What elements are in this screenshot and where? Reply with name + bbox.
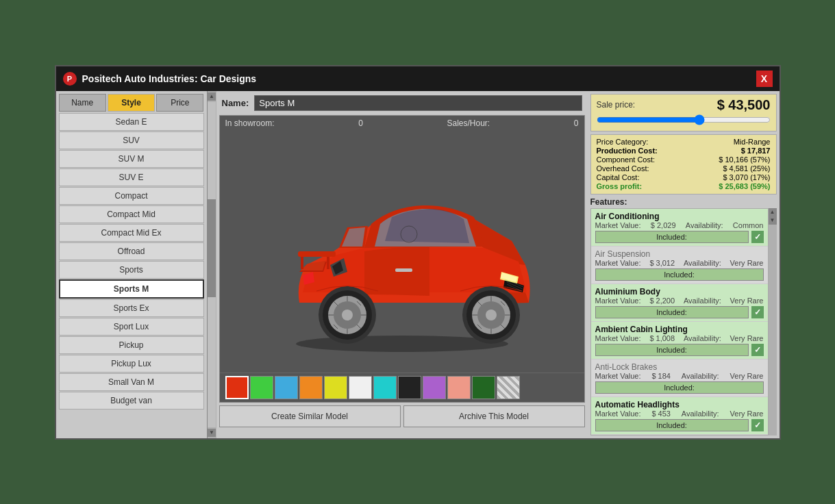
feature-included-btn-aluminium-body[interactable]: Included: <box>595 306 749 318</box>
gross-profit-row: Gross profit: $ 25,683 (59%) <box>597 182 771 190</box>
color-swatch-dark-green[interactable] <box>472 376 495 399</box>
price-category-label: Price Category: <box>597 138 649 146</box>
feature-detail-row-automatic-headlights: Market Value:$ 453Availability:Very Rare <box>595 410 764 418</box>
feature-included-btn-ambient-cabin-lighting[interactable]: Included: <box>595 344 749 356</box>
feature-mv-label-automatic-headlights: Market Value: <box>595 410 641 418</box>
tab-price[interactable]: Price <box>156 94 203 112</box>
tab-style[interactable]: Style <box>108 94 155 112</box>
feature-mv-label-air-conditioning: Market Value: <box>595 221 641 229</box>
color-swatch-black[interactable] <box>398 376 421 399</box>
price-header-row: Sale price: $ 43,500 <box>597 97 771 113</box>
name-row: Name: <box>219 94 585 112</box>
car-item-suv-m[interactable]: SUV M <box>59 150 204 168</box>
scroll-thumb[interactable] <box>208 199 216 297</box>
app-icon: P <box>63 72 77 86</box>
car-item-sports-ex[interactable]: Sports Ex <box>59 299 204 317</box>
color-swatch-cyan[interactable] <box>373 376 397 399</box>
car-item-budget-van[interactable]: Budget van <box>59 392 204 410</box>
production-cost-value: $ 17,817 <box>741 147 771 155</box>
car-item-compact-mid[interactable]: Compact Mid <box>59 205 204 223</box>
feature-included-btn-air-suspension[interactable]: Included: <box>595 268 764 281</box>
feature-included-btn-air-conditioning[interactable]: Included: <box>595 231 749 243</box>
feature-detail-row-ambient-cabin-lighting: Market Value:$ 1,008Availability:Very Ra… <box>595 334 764 342</box>
sidebar-scrollbar[interactable]: ▲ ▼ <box>207 91 216 438</box>
feature-av-value-air-conditioning: Common <box>733 221 764 229</box>
overhead-cost-row: Overhead Cost: $ 4,581 (25%) <box>597 164 771 173</box>
car-item-offroad[interactable]: Offroad <box>59 242 204 260</box>
car-item-sport-lux[interactable]: Sport Lux <box>59 318 204 336</box>
gross-profit-label: Gross profit: <box>597 182 643 190</box>
car-item-sports[interactable]: Sports <box>59 261 204 279</box>
main-window: P Positech Auto Industries: Car Designs … <box>55 65 781 440</box>
color-swatch-yellow[interactable] <box>324 376 347 399</box>
feature-name-anti-lock-brakes: Anti-Lock Brakes <box>595 362 764 372</box>
color-swatch-pink[interactable] <box>447 376 471 399</box>
car-item-pickup[interactable]: Pickup <box>59 336 204 354</box>
feature-detail-row-aluminium-body: Market Value:$ 2,200Availability:Very Ra… <box>595 297 764 305</box>
car-item-sports-m[interactable]: Sports M <box>59 279 204 299</box>
color-swatch-red[interactable] <box>225 376 249 399</box>
feature-mv-value-aluminium-body: $ 2,200 <box>649 297 675 305</box>
close-button[interactable]: X <box>756 71 773 87</box>
car-list[interactable]: Sedan ESUVSUV MSUV ECompactCompact MidCo… <box>56 112 207 438</box>
color-swatch-orange[interactable] <box>299 376 323 399</box>
name-input[interactable] <box>254 95 582 111</box>
color-row <box>220 373 584 402</box>
color-swatch-blue[interactable] <box>275 376 298 399</box>
color-swatch-white[interactable] <box>349 376 372 399</box>
svg-point-22 <box>342 310 353 320</box>
feature-av-value-anti-lock-brakes: Very Rare <box>730 372 764 380</box>
tab-row: Name Style Price <box>56 91 207 112</box>
price-details: Price Category: Mid-Range Production Cos… <box>590 134 777 194</box>
feature-included-btn-automatic-headlights[interactable]: Included: <box>595 419 749 431</box>
price-category-value: Mid-Range <box>734 138 771 146</box>
car-item-suv-e[interactable]: SUV E <box>59 168 204 186</box>
car-item-suv[interactable]: SUV <box>59 131 204 149</box>
sale-price-label: Sale price: <box>597 100 636 110</box>
feature-included-btn-anti-lock-brakes[interactable]: Included: <box>595 381 764 394</box>
feature-mv-label-ambient-cabin-lighting: Market Value: <box>595 334 641 342</box>
scroll-up-arrow[interactable]: ▲ <box>208 92 216 101</box>
car-stats-row: In showroom: 0 Sales/Hour: 0 <box>220 116 584 131</box>
tab-name[interactable]: Name <box>59 94 106 112</box>
feature-name-ambient-cabin-lighting: Ambient Cabin Lighting <box>595 325 764 334</box>
feature-item-air-suspension: Air SuspensionMarket Value:$ 3,012Availa… <box>591 247 768 284</box>
features-scroll-down[interactable]: ▼ <box>769 216 777 225</box>
action-row: Create Similar Model Archive This Model <box>219 405 585 427</box>
name-label: Name: <box>222 98 249 108</box>
feature-mv-value-anti-lock-brakes: $ 184 <box>651 372 671 380</box>
color-swatch-green[interactable] <box>250 376 273 399</box>
feature-name-air-suspension: Air Suspension <box>595 249 764 259</box>
features-scroll-up[interactable]: ▲ <box>769 208 777 216</box>
feature-detail-row-air-suspension: Market Value:$ 3,012Availability:Very Ra… <box>595 259 764 267</box>
feature-item-air-conditioning: Air ConditioningMarket Value:$ 2,029Avai… <box>591 209 768 247</box>
car-item-sedan-e[interactable]: Sedan E <box>59 113 204 131</box>
svg-point-9 <box>486 310 497 320</box>
feature-item-aluminium-body: Aluminium BodyMarket Value:$ 2,200Availa… <box>591 284 768 322</box>
feature-mv-value-air-conditioning: $ 2,029 <box>651 221 676 229</box>
sale-price-value: $ 43,500 <box>717 97 771 113</box>
feature-av-value-automatic-headlights: Very Rare <box>730 410 764 418</box>
feature-bottom-aluminium-body: Included:✓ <box>595 306 764 318</box>
color-swatch-striped[interactable] <box>497 376 520 399</box>
features-scrollbar[interactable]: ▲ ▼ <box>769 208 777 436</box>
capital-cost-label: Capital Cost: <box>597 173 640 181</box>
color-swatch-purple[interactable] <box>423 376 446 399</box>
car-item-small-van-m[interactable]: Small Van M <box>59 373 204 391</box>
production-cost-label: Production Cost: <box>597 147 658 155</box>
create-similar-button[interactable]: Create Similar Model <box>219 405 401 427</box>
svg-rect-32 <box>298 251 336 257</box>
car-item-pickup-lux[interactable]: Pickup Lux <box>59 355 204 373</box>
archive-button[interactable]: Archive This Model <box>403 405 585 427</box>
sales-hour-value: 0 <box>574 118 579 128</box>
car-item-compact-mid-ex[interactable]: Compact Mid Ex <box>59 224 204 242</box>
price-slider[interactable] <box>597 114 771 125</box>
car-item-compact[interactable]: Compact <box>59 187 204 205</box>
feature-name-automatic-headlights: Automatic Headlights <box>595 400 764 410</box>
scroll-down-arrow[interactable]: ▼ <box>208 429 216 437</box>
features-label: Features: <box>590 197 777 207</box>
feature-item-anti-lock-brakes: Anti-Lock BrakesMarket Value:$ 184Availa… <box>591 360 768 397</box>
capital-cost-value: $ 3,070 (17%) <box>723 173 770 181</box>
features-list: Air ConditioningMarket Value:$ 2,029Avai… <box>590 208 769 436</box>
svg-rect-1 <box>395 268 412 272</box>
